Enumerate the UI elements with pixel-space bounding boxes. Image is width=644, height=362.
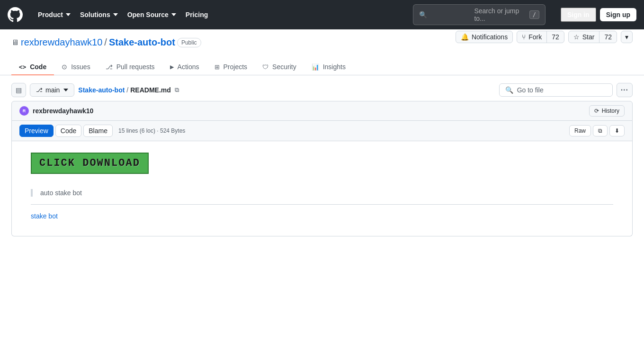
copy-icon: ⧉ — [175, 86, 179, 94]
nav-pricing[interactable]: Pricing — [182, 7, 212, 22]
repo-nav: <> Code ⊙ Issues ⎇ Pull requests ▶ Actio… — [11, 59, 633, 75]
tab-projects[interactable]: ⊞ Projects — [207, 59, 255, 75]
main-content: ▤ ⎇ main Stake-auto-bot / README.md ⧉ 🔍 … — [0, 75, 644, 244]
fork-button[interactable]: ⑂ Fork 72 — [517, 31, 564, 43]
file-tabs: Preview Code Blame — [19, 125, 113, 137]
repo-breadcrumb: 🖥 rexbrewdayhawk10 / Stake-auto-bot Publ… — [11, 37, 201, 48]
repo-icon: 🖥 — [11, 38, 19, 47]
solutions-chevron-icon — [113, 13, 118, 16]
chevron-down-icon: ▾ — [625, 33, 628, 41]
copy-raw-icon: ⧉ — [598, 127, 602, 134]
fork-main[interactable]: ⑂ Fork — [517, 31, 546, 43]
tab-insights[interactable]: 📊 Insights — [304, 59, 353, 75]
security-icon: 🛡 — [262, 63, 268, 71]
search-file-icon: 🔍 — [505, 86, 513, 94]
search-box[interactable]: 🔍 Search or jump to... / — [413, 4, 546, 25]
branch-chevron-icon — [63, 89, 68, 91]
fork-icon: ⑂ — [522, 33, 526, 41]
image-link[interactable]: stake bot — [31, 212, 58, 220]
download-banner-text: CLICK DOWNLOAD — [39, 157, 140, 169]
add-button[interactable]: ▾ — [621, 31, 633, 43]
sign-in-button[interactable]: Sign in — [561, 8, 596, 22]
tab-security[interactable]: 🛡 Security — [255, 59, 304, 75]
github-logo[interactable] — [8, 7, 23, 22]
more-options-button[interactable]: ··· — [617, 83, 633, 97]
star-count[interactable]: 72 — [599, 31, 617, 43]
download-icon: ⬇ — [615, 127, 619, 134]
code-icon: <> — [19, 63, 26, 71]
visibility-badge: Public — [177, 38, 201, 47]
sidebar-toggle-button[interactable]: ▤ — [11, 83, 26, 97]
nav-open-source[interactable]: Open Source — [124, 7, 180, 22]
ellipsis-icon: ··· — [621, 86, 628, 94]
go-to-file-input[interactable]: 🔍 Go to file — [499, 83, 613, 97]
copy-raw-button[interactable]: ⧉ — [593, 125, 608, 136]
tab-code[interactable]: Code — [55, 125, 81, 137]
branch-selector[interactable]: ⎇ main — [30, 83, 74, 97]
open-source-chevron-icon — [171, 13, 176, 16]
header-auth-actions: Sign in Sign up — [561, 8, 636, 22]
tab-preview[interactable]: Preview — [19, 125, 54, 137]
raw-button[interactable]: Raw — [569, 125, 591, 136]
repo-owner-link[interactable]: rexbrewdayhawk10 — [21, 37, 102, 48]
header-search: 🔍 Search or jump to... / — [413, 4, 546, 25]
breadcrumb-root-link[interactable]: Stake-auto-bot — [78, 86, 125, 94]
star-icon: ☆ — [573, 33, 580, 41]
search-shortcut: / — [529, 10, 539, 19]
copy-path-button[interactable]: ⧉ — [173, 85, 181, 95]
site-header: Product Solutions Open Source Pricing 🔍 … — [0, 0, 644, 29]
file-meta: 15 lines (6 loc) · 524 Bytes — [118, 127, 185, 134]
commit-info: R rexbrewdayhawk10 — [19, 106, 93, 116]
sign-up-button[interactable]: Sign up — [600, 8, 636, 21]
breadcrumb-sep: / — [104, 37, 107, 48]
file-path-bar: ▤ ⎇ main Stake-auto-bot / README.md ⧉ 🔍 … — [11, 83, 633, 97]
repo-actions: 🔔 Notifications ⑂ Fork 72 ☆ Star 72 ▾ — [456, 31, 633, 43]
git-branch-icon: ⎇ — [36, 87, 43, 93]
tab-blame[interactable]: Blame — [83, 125, 113, 137]
file-breadcrumb: Stake-auto-bot / README.md ⧉ — [78, 85, 180, 95]
pr-icon: ⎇ — [106, 63, 113, 71]
search-icon: 🔍 — [419, 11, 470, 18]
commit-author: rexbrewdayhawk10 — [33, 107, 93, 115]
history-icon: ⟳ — [594, 108, 599, 114]
file-path-right: 🔍 Go to file ··· — [499, 83, 633, 97]
fork-count[interactable]: 72 — [546, 31, 564, 43]
nav-solutions[interactable]: Solutions — [76, 7, 122, 22]
download-raw-button[interactable]: ⬇ — [609, 125, 625, 136]
notifications-button[interactable]: 🔔 Notifications — [456, 31, 513, 43]
breadcrumb-file-sep: / — [126, 86, 128, 94]
tab-pull-requests[interactable]: ⎇ Pull requests — [98, 59, 162, 75]
product-chevron-icon — [66, 13, 71, 16]
nav-product[interactable]: Product — [34, 7, 74, 22]
file-path-left: ▤ ⎇ main Stake-auto-bot / README.md ⧉ — [11, 83, 181, 97]
tab-code[interactable]: <> Code — [11, 59, 54, 75]
breadcrumb-current-file: README.md — [130, 86, 171, 94]
download-banner: CLICK DOWNLOAD — [31, 153, 149, 174]
avatar: R — [19, 106, 29, 116]
divider — [31, 204, 613, 205]
file-actions: Raw ⧉ ⬇ — [569, 125, 625, 136]
projects-icon: ⊞ — [215, 63, 220, 71]
file-content-header: Preview Code Blame 15 lines (6 loc) · 52… — [12, 121, 632, 141]
actions-icon: ▶ — [170, 64, 174, 70]
insights-icon: 📊 — [312, 63, 319, 71]
repo-name-link[interactable]: Stake-auto-bot — [109, 37, 175, 48]
commit-bar: R rexbrewdayhawk10 ⟳ History — [11, 101, 633, 121]
star-button[interactable]: ☆ Star 72 — [568, 31, 617, 43]
tab-actions[interactable]: ▶ Actions — [162, 59, 207, 75]
star-main[interactable]: ☆ Star — [569, 31, 599, 43]
tab-issues[interactable]: ⊙ Issues — [54, 59, 98, 75]
issue-icon: ⊙ — [62, 63, 67, 71]
bell-icon: 🔔 — [461, 33, 469, 41]
main-nav: Product Solutions Open Source Pricing — [34, 7, 212, 22]
history-button[interactable]: ⟳ History — [589, 105, 625, 117]
quote-block: auto stake bot — [31, 189, 613, 197]
repo-header: 🖥 rexbrewdayhawk10 / Stake-auto-bot Publ… — [0, 29, 644, 75]
sidebar-icon: ▤ — [16, 86, 22, 94]
file-content: Preview Code Blame 15 lines (6 loc) · 52… — [11, 121, 633, 236]
file-tabs-container: Preview Code Blame 15 lines (6 loc) · 52… — [19, 125, 185, 137]
file-body: CLICK DOWNLOAD auto stake bot stake bot — [12, 141, 632, 236]
